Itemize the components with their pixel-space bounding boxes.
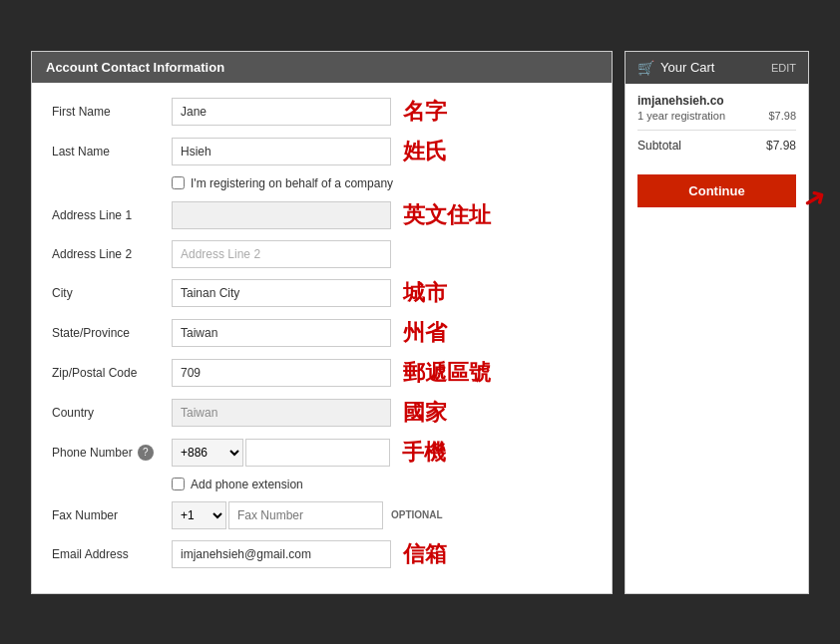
address2-input[interactable] — [172, 240, 391, 268]
cart-edit-button[interactable]: EDIT — [771, 62, 796, 74]
first-name-row: First Name 名字 — [52, 97, 592, 127]
phone-help-icon[interactable]: ? — [138, 445, 154, 461]
address1-row: Address Line 1 英文住址 — [52, 200, 592, 230]
account-contact-form: Account Contact Information First Name 名… — [31, 51, 613, 594]
city-input[interactable] — [172, 279, 391, 307]
continue-button-wrapper: Continue ➜ — [626, 174, 808, 207]
state-annotation: 州省 — [403, 318, 447, 348]
cart-item-price: $7.98 — [768, 110, 796, 122]
first-name-label: First Name — [52, 105, 172, 119]
phone-input[interactable] — [245, 439, 390, 467]
cart-item-description: 1 year registration — [637, 110, 725, 122]
cart-icon: 🛒 — [637, 60, 654, 76]
cart-item-name: imjanehsieh.co — [637, 94, 796, 108]
address1-annotation: 英文住址 — [403, 200, 491, 230]
cart-subtotal-value: $7.98 — [766, 139, 796, 153]
cart-header-left: 🛒 Your Cart — [637, 60, 714, 76]
company-checkbox-label: I'm registering on behalf of a company — [191, 176, 393, 190]
last-name-label: Last Name — [52, 145, 172, 159]
state-label: State/Province — [52, 326, 172, 340]
country-input[interactable] — [172, 399, 391, 427]
fax-label: Fax Number — [52, 508, 172, 522]
phone-annotation: 手機 — [402, 438, 446, 468]
state-row: State/Province 州省 — [52, 318, 592, 348]
company-checkbox[interactable] — [172, 176, 185, 189]
address2-label: Address Line 2 — [52, 247, 172, 261]
form-title: Account Contact Information — [32, 52, 612, 83]
address2-row: Address Line 2 — [52, 240, 592, 268]
arrow-annotation: ➜ — [796, 178, 832, 218]
fax-country-code-select[interactable]: +1 +886 +44 — [172, 501, 226, 529]
city-annotation: 城市 — [403, 278, 447, 308]
cart-header: 🛒 Your Cart EDIT — [626, 52, 808, 84]
phone-label: Phone Number ? — [52, 445, 172, 461]
city-label: City — [52, 286, 172, 300]
last-name-input[interactable] — [172, 138, 391, 165]
company-checkbox-row: I'm registering on behalf of a company — [172, 176, 592, 190]
add-extension-checkbox[interactable] — [172, 478, 185, 490]
email-label: Email Address — [52, 547, 172, 561]
city-row: City 城市 — [52, 278, 592, 308]
zip-annotation: 郵遞區號 — [403, 358, 491, 388]
country-annotation: 國家 — [403, 398, 447, 428]
last-name-row: Last Name 姓氏 — [52, 137, 592, 166]
state-input[interactable] — [172, 319, 391, 347]
zip-input[interactable] — [172, 359, 391, 387]
zip-label: Zip/Postal Code — [52, 366, 172, 380]
address1-input[interactable] — [172, 201, 391, 229]
email-annotation: 信箱 — [403, 539, 447, 569]
fax-input[interactable] — [228, 501, 383, 529]
cart-body: imjanehsieh.co 1 year registration $7.98… — [626, 84, 808, 162]
cart-subtotal-label: Subtotal — [637, 139, 681, 153]
fax-optional-label: OPTIONAL — [391, 509, 443, 520]
email-input[interactable] — [172, 540, 391, 568]
fax-row: Fax Number +1 +886 +44 OPTIONAL — [52, 501, 592, 529]
last-name-annotation: 姓氏 — [403, 137, 447, 166]
cart-divider — [637, 130, 796, 131]
continue-button[interactable]: Continue — [637, 174, 796, 207]
email-row: Email Address 信箱 — [52, 539, 592, 569]
cart-item-details: 1 year registration $7.98 — [637, 110, 796, 122]
country-row: Country 國家 — [52, 398, 592, 428]
address1-label: Address Line 1 — [52, 208, 172, 222]
add-extension-label: Add phone extension — [191, 478, 303, 491]
phone-row: Phone Number ? +886 +1 +44 手機 — [52, 438, 592, 468]
first-name-annotation: 名字 — [403, 97, 447, 127]
add-extension-row: Add phone extension — [172, 478, 592, 491]
cart-title: Your Cart — [660, 60, 714, 75]
cart-panel: 🛒 Your Cart EDIT imjanehsieh.co 1 year r… — [625, 51, 809, 594]
phone-country-code-select[interactable]: +886 +1 +44 — [172, 439, 243, 467]
first-name-input[interactable] — [172, 98, 391, 126]
cart-subtotal-row: Subtotal $7.98 — [637, 139, 796, 153]
zip-row: Zip/Postal Code 郵遞區號 — [52, 358, 592, 388]
country-label: Country — [52, 406, 172, 420]
